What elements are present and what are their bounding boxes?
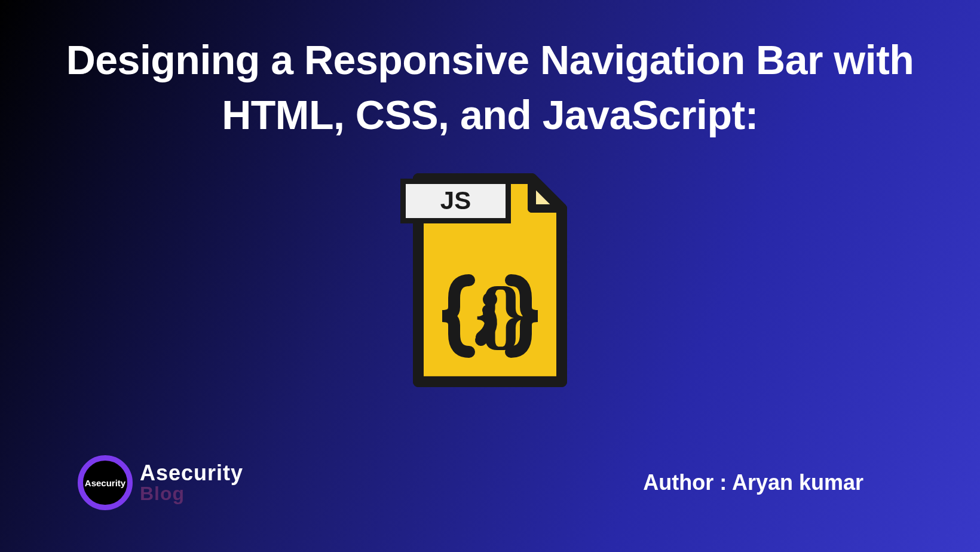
logo-circle-icon: Asecurity [78, 455, 133, 510]
js-icon-container: { } JS [0, 167, 980, 394]
author-name: Aryan kumar [732, 470, 863, 495]
author-label: Author : Aryan kumar [643, 470, 863, 495]
logo-text-top: Asecurity [140, 461, 243, 486]
js-label: JS [400, 179, 511, 223]
logo-text: Asecurity Blog [140, 461, 243, 505]
logo-text-bottom: Blog [140, 483, 243, 505]
author-prefix: Author : [643, 470, 727, 495]
page-title: Designing a Responsive Navigation Bar wi… [0, 0, 980, 143]
js-file-icon: { } JS [403, 167, 577, 394]
svg-point-3 [483, 292, 497, 306]
logo-section: Asecurity Asecurity Blog [78, 455, 243, 510]
